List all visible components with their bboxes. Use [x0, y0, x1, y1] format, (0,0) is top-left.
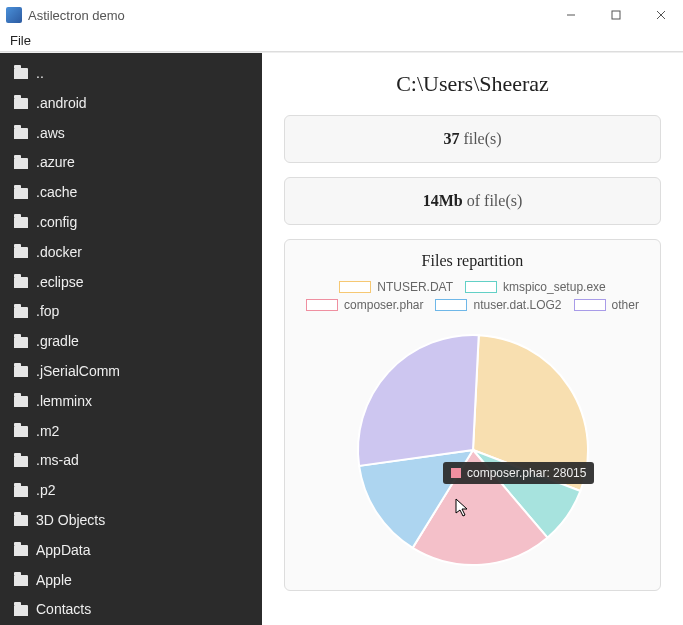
folder-icon [14, 158, 28, 169]
pie-chart[interactable] [343, 320, 603, 580]
sidebar-item-label: .lemminx [36, 390, 92, 414]
folder-icon [14, 366, 28, 377]
sidebar-item[interactable]: .docker [0, 238, 262, 268]
legend-swatch [465, 281, 497, 293]
sidebar-item-label: .p2 [36, 479, 55, 503]
folder-icon [14, 217, 28, 228]
titlebar: Astilectron demo [0, 0, 683, 30]
sidebar-item[interactable]: 3D Objects [0, 506, 262, 536]
folder-icon [14, 247, 28, 258]
file-count-card: 37 file(s) [284, 115, 661, 163]
sidebar-item[interactable]: .azure [0, 148, 262, 178]
folder-icon [14, 426, 28, 437]
sidebar-item[interactable]: Contacts [0, 595, 262, 625]
legend-label: other [612, 298, 639, 312]
legend-swatch [574, 299, 606, 311]
maximize-button[interactable] [593, 0, 638, 30]
sidebar-item-label: .m2 [36, 420, 59, 444]
folder-icon [14, 456, 28, 467]
legend-item[interactable]: NTUSER.DAT [339, 280, 453, 294]
sidebar-item-label: AppData [36, 539, 90, 563]
folder-icon [14, 515, 28, 526]
sidebar[interactable]: ...android.aws.azure.cache.config.docker… [0, 53, 262, 625]
sidebar-item-label: Apple [36, 569, 72, 593]
legend-item[interactable]: composer.phar [306, 298, 423, 312]
legend-label: composer.phar [344, 298, 423, 312]
legend-label: NTUSER.DAT [377, 280, 453, 294]
legend-swatch [306, 299, 338, 311]
sidebar-item[interactable]: .eclipse [0, 268, 262, 298]
window-controls [548, 0, 683, 30]
legend-item[interactable]: kmspico_setup.exe [465, 280, 606, 294]
sidebar-item-label: .jSerialComm [36, 360, 120, 384]
sidebar-item[interactable]: .m2 [0, 417, 262, 447]
sidebar-item[interactable]: .lemminx [0, 387, 262, 417]
svg-rect-1 [612, 11, 620, 19]
sidebar-item[interactable]: .. [0, 59, 262, 89]
folder-icon [14, 98, 28, 109]
minimize-button[interactable] [548, 0, 593, 30]
sidebar-item[interactable]: .fop [0, 297, 262, 327]
sidebar-item-label: .docker [36, 241, 82, 265]
sidebar-item-label: .cache [36, 181, 77, 205]
folder-icon [14, 68, 28, 79]
folder-icon [14, 307, 28, 318]
folder-icon [14, 396, 28, 407]
sidebar-item[interactable]: .jSerialComm [0, 357, 262, 387]
sidebar-item-label: Contacts [36, 598, 91, 622]
window-title: Astilectron demo [28, 8, 125, 23]
legend-label: ntuser.dat.LOG2 [473, 298, 561, 312]
sidebar-item-label: .ms-ad [36, 449, 79, 473]
sidebar-item[interactable]: .ms-ad [0, 446, 262, 476]
chart-title: Files repartition [295, 252, 650, 270]
sidebar-item[interactable]: .config [0, 208, 262, 238]
sidebar-item[interactable]: Apple [0, 566, 262, 596]
path-title: C:\Users\Sheeraz [284, 71, 661, 97]
app-icon [6, 7, 22, 23]
legend-label: kmspico_setup.exe [503, 280, 606, 294]
folder-icon [14, 575, 28, 586]
sidebar-item-label: .fop [36, 300, 59, 324]
sidebar-item[interactable]: .gradle [0, 327, 262, 357]
sidebar-item-label: .aws [36, 122, 65, 146]
chart-legend: NTUSER.DATkmspico_setup.execomposer.phar… [295, 280, 650, 312]
pie-wrap: composer.phar: 28015 [295, 320, 650, 580]
sidebar-item[interactable]: AppData [0, 536, 262, 566]
folder-icon [14, 605, 28, 616]
file-count-value: 37 [443, 130, 459, 147]
menubar: File [0, 30, 683, 52]
chart-card: Files repartition NTUSER.DATkmspico_setu… [284, 239, 661, 591]
sidebar-item-label: .android [36, 92, 87, 116]
pie-slice[interactable] [358, 335, 479, 466]
main-panel: C:\Users\Sheeraz 37 file(s) 14Mb of file… [262, 53, 683, 625]
sidebar-item-label: .azure [36, 151, 75, 175]
legend-swatch [435, 299, 467, 311]
file-size-label: of file(s) [463, 192, 523, 209]
sidebar-item-label: .config [36, 211, 77, 235]
legend-item[interactable]: ntuser.dat.LOG2 [435, 298, 561, 312]
close-button[interactable] [638, 0, 683, 30]
folder-icon [14, 188, 28, 199]
folder-icon [14, 337, 28, 348]
folder-icon [14, 277, 28, 288]
sidebar-item[interactable]: .aws [0, 119, 262, 149]
sidebar-item-label: .. [36, 62, 44, 86]
folder-icon [14, 486, 28, 497]
tooltip-label: composer.phar: 28015 [467, 466, 586, 480]
tooltip-swatch [451, 468, 461, 478]
file-size-card: 14Mb of file(s) [284, 177, 661, 225]
sidebar-item[interactable]: .p2 [0, 476, 262, 506]
legend-swatch [339, 281, 371, 293]
sidebar-item-label: .gradle [36, 330, 79, 354]
file-size-value: 14Mb [423, 192, 463, 209]
folder-icon [14, 545, 28, 556]
chart-tooltip: composer.phar: 28015 [443, 462, 594, 484]
sidebar-item[interactable]: .android [0, 89, 262, 119]
sidebar-item[interactable]: .cache [0, 178, 262, 208]
sidebar-item-label: .eclipse [36, 271, 83, 295]
file-count-label: file(s) [459, 130, 501, 147]
content: ...android.aws.azure.cache.config.docker… [0, 52, 683, 625]
legend-item[interactable]: other [574, 298, 639, 312]
menu-file[interactable]: File [4, 31, 37, 50]
folder-icon [14, 128, 28, 139]
